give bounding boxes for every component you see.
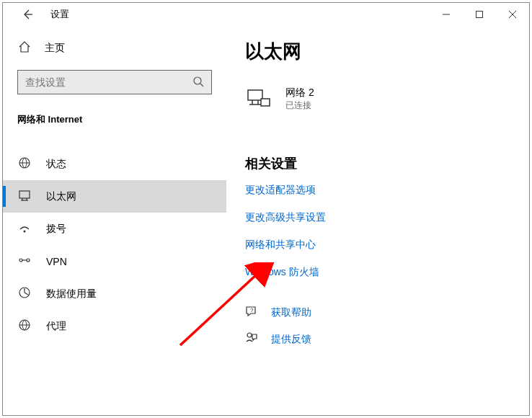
svg-point-12 [19,259,22,262]
link-network-sharing-center[interactable]: 网络和共享中心 [245,239,510,252]
link-adapter-options[interactable]: 更改适配器选项 [245,184,510,197]
search-icon [192,76,204,89]
help-link-label: 获取帮助 [271,306,311,319]
status-icon [17,156,32,172]
ethernet-icon [17,189,32,204]
feedback-link-label: 提供反馈 [271,333,311,346]
svg-rect-21 [261,99,270,106]
home-icon [17,40,32,55]
network-status: 已连接 [285,99,314,112]
svg-point-13 [27,259,30,262]
network-icon [245,86,271,112]
svg-line-5 [200,84,203,86]
feedback-icon [245,332,260,347]
nav-label: 以太网 [46,190,76,203]
svg-point-23 [247,333,252,337]
nav-item-dialup[interactable]: 拨号 [3,213,226,245]
help-row-feedback[interactable]: 提供反馈 [245,332,510,347]
search-box[interactable] [17,70,212,94]
help-row-get-help[interactable]: ? 获取帮助 [245,305,510,320]
link-windows-firewall[interactable]: Windows 防火墙 [245,266,510,279]
svg-text:?: ? [250,307,254,314]
related-section-title: 相关设置 [245,155,510,172]
page-title: 以太网 [245,39,510,64]
help-section: ? 获取帮助 提供反馈 [245,305,510,347]
category-label: 网络和 Internet [3,102,226,133]
nav-label: 数据使用量 [46,288,97,301]
nav-label: VPN [46,256,67,267]
help-icon: ? [245,305,260,320]
window-title: 设置 [50,8,69,21]
link-advanced-sharing[interactable]: 更改高级共享设置 [245,211,510,224]
back-button[interactable] [19,6,36,23]
nav-item-datausage[interactable]: 数据使用量 [3,277,226,310]
dialup-icon [17,221,32,236]
settings-window: 设置 主页 网络和 Internet [2,2,530,416]
content-panel: 以太网 网络 2 已连接 相关设置 更改适配器选项 更改高级共享设置 网络和共享… [226,3,529,415]
vpn-icon [17,254,32,269]
nav-list: 状态 以太网 拨号 VPN [3,148,226,342]
nav-item-ethernet[interactable]: 以太网 [3,180,226,213]
proxy-icon [17,319,32,334]
nav-item-proxy[interactable]: 代理 [3,310,226,342]
search-input[interactable] [25,76,184,88]
svg-point-4 [194,77,201,84]
sidebar: 主页 网络和 Internet 状态 以太网 [3,3,226,415]
nav-label: 代理 [46,320,66,333]
nav-label: 状态 [46,158,66,171]
home-nav[interactable]: 主页 [3,33,226,63]
nav-item-status[interactable]: 状态 [3,148,226,180]
nav-item-vpn[interactable]: VPN [3,245,226,277]
svg-point-11 [24,231,26,233]
network-entry[interactable]: 网络 2 已连接 [245,86,510,112]
svg-rect-7 [19,191,30,198]
svg-rect-17 [248,90,262,100]
home-label: 主页 [45,42,65,55]
network-name: 网络 2 [285,86,314,99]
nav-label: 拨号 [46,223,66,236]
datausage-icon [17,286,32,301]
network-info: 网络 2 已连接 [285,86,314,112]
